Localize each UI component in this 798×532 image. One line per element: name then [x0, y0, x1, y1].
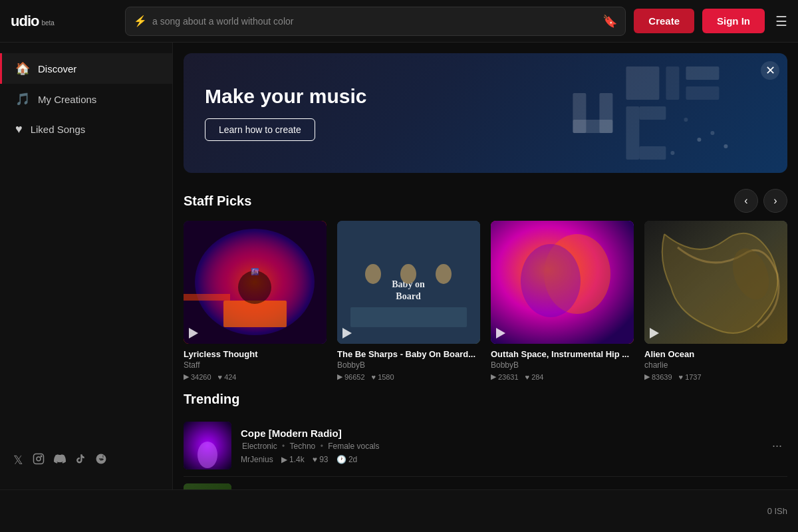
search-bar: ⚡ 🔖 [125, 7, 626, 36]
card-3-likes: ♥ 284 [525, 372, 544, 381]
svg-point-18 [671, 151, 675, 155]
play-icon-4: ▶ [644, 372, 650, 381]
svg-rect-30 [350, 307, 467, 327]
staff-picks-title: Staff Picks [184, 194, 251, 209]
sidebar-item-my-creations-label: My Creations [38, 94, 96, 105]
learn-button[interactable]: Learn how to create [205, 118, 315, 141]
logo-beta: beta [41, 19, 54, 27]
play-indicator-2 [342, 328, 352, 338]
svg-rect-7 [686, 66, 720, 80]
card-4-stats: ▶ 83639 ♥ 1737 [644, 372, 787, 381]
content-area: Make your music Learn how to create [173, 43, 798, 489]
heart-icon: ♥ [15, 122, 23, 136]
sidebar-nav: 🏠 Discover 🎵 My Creations ♥ Liked Songs [0, 53, 172, 144]
svg-point-31 [365, 264, 381, 284]
card-3[interactable]: Outtah Space, Instrumental Hip ... Bobby… [491, 221, 634, 381]
svg-point-1 [37, 457, 41, 461]
svg-rect-11 [573, 120, 613, 133]
card-1-stats: ▶ 34260 ♥ 424 [184, 372, 327, 381]
search-input[interactable] [152, 16, 597, 27]
svg-point-24 [238, 271, 271, 304]
sidebar-item-liked-songs-label: Liked Songs [31, 124, 86, 135]
svg-point-19 [684, 118, 688, 122]
card-1-thumb: 🌆 [184, 221, 327, 344]
play-indicator-1 [189, 328, 198, 338]
card-2-title: The Be Sharps - Baby On Board... [337, 349, 480, 359]
card-3-title: Outtah Space, Instrumental Hip ... [491, 349, 634, 359]
card-4-plays: ▶ 83639 [644, 372, 672, 381]
player-bar: 0 ISh [0, 489, 798, 532]
trending-thumb-2 [184, 483, 231, 489]
signin-button[interactable]: Sign In [702, 9, 765, 33]
card-1-title: Lyricless Thought [184, 349, 327, 359]
instagram-icon[interactable] [33, 453, 45, 468]
trending-title: Trending [184, 392, 787, 407]
card-2-plays: ▶ 96652 [337, 372, 365, 381]
svg-point-40 [198, 442, 217, 468]
staff-picks-nav: ‹ › [734, 189, 787, 213]
staff-picks-prev-button[interactable]: ‹ [734, 189, 758, 213]
discord-icon[interactable] [54, 453, 66, 468]
banner-content: Make your music Learn how to create [184, 69, 388, 157]
card-3-author: BobbyB [491, 360, 634, 370]
svg-rect-0 [34, 454, 44, 464]
menu-icon[interactable]: ☰ [775, 13, 787, 29]
play-icon-1: ▶ [184, 372, 189, 381]
svg-point-33 [436, 264, 452, 284]
main-layout: 🏠 Discover 🎵 My Creations ♥ Liked Songs … [0, 43, 798, 489]
sidebar-item-liked-songs[interactable]: ♥ Liked Songs [0, 114, 172, 144]
play-icon-3: ▶ [491, 372, 496, 381]
reddit-icon[interactable] [95, 453, 107, 468]
twitter-icon[interactable]: 𝕏 [13, 453, 23, 468]
card-4-likes: ♥ 1737 [679, 372, 702, 381]
sidebar-item-discover[interactable]: 🏠 Discover [0, 53, 172, 84]
heart-icon-3: ♥ [525, 373, 530, 381]
trending-thumb-1 [184, 422, 231, 469]
card-1[interactable]: 🌆 Lyricless Thought Staff ▶ 34260 ♥ 424 [184, 221, 327, 381]
heart-icon-4: ♥ [679, 373, 684, 381]
create-button[interactable]: Create [634, 9, 694, 33]
card-2-author: BobbyB [337, 360, 480, 370]
svg-text:Board: Board [396, 291, 421, 301]
svg-point-32 [400, 264, 416, 284]
card-1-author: Staff [184, 360, 327, 370]
banner-title: Make your music [205, 85, 366, 108]
card-2[interactable]: Baby on Board The Be Sharps - Baby On Bo… [337, 221, 480, 381]
trending-item-2[interactable]: A Shoulder to Lean On 60s • Sunshine pop… [184, 477, 787, 489]
svg-rect-23 [184, 294, 230, 301]
card-4-title: Alien Ocean [644, 349, 787, 359]
home-icon: 🏠 [15, 61, 30, 76]
sidebar-item-discover-label: Discover [38, 63, 76, 74]
card-1-plays: ▶ 34260 [184, 372, 211, 381]
trending-more-btn-1[interactable]: ··· [767, 436, 787, 456]
play-icon-2: ▶ [337, 372, 342, 381]
player-status: 0 ISh [767, 506, 787, 516]
trending-meta-1: MrJenius ▶ 1.4k ♥ 93 🕐 2d [241, 455, 757, 464]
trending-tags-1: Electronic • Techno • Female vocals [241, 442, 757, 451]
bolt-icon: ⚡ [134, 15, 147, 27]
svg-point-16 [711, 131, 715, 135]
sidebar: 🏠 Discover 🎵 My Creations ♥ Liked Songs … [0, 43, 173, 489]
sidebar-item-my-creations[interactable]: 🎵 My Creations [0, 84, 172, 114]
card-3-stats: ▶ 23631 ♥ 284 [491, 372, 634, 381]
bookmark-icon[interactable]: 🔖 [602, 14, 617, 29]
svg-rect-8 [686, 86, 720, 100]
trending-item-1[interactable]: Cope [Modern Radio] Electronic • Techno … [184, 415, 787, 477]
svg-point-36 [521, 244, 581, 317]
staff-picks-next-button[interactable]: › [763, 189, 787, 213]
svg-text:🌆: 🌆 [251, 267, 259, 276]
card-4[interactable]: Alien Ocean charlie ▶ 83639 ♥ 1737 [644, 221, 787, 381]
banner-decoration [425, 53, 787, 173]
svg-point-15 [698, 138, 702, 142]
svg-rect-12 [626, 106, 640, 160]
heart-icon-1: ♥ [218, 373, 223, 381]
staff-picks-cards: 🌆 Lyricless Thought Staff ▶ 34260 ♥ 424 [173, 221, 798, 381]
card-4-author: charlie [644, 360, 787, 370]
banner-close-button[interactable]: ✕ [761, 61, 779, 80]
header: udio beta ⚡ 🔖 Create Sign In ☰ [0, 0, 798, 43]
card-1-likes: ♥ 424 [218, 372, 237, 381]
tiktok-icon[interactable] [75, 453, 86, 468]
svg-point-2 [41, 456, 42, 457]
staff-picks-header: Staff Picks ‹ › [173, 184, 798, 221]
logo-text: udio [11, 13, 39, 30]
